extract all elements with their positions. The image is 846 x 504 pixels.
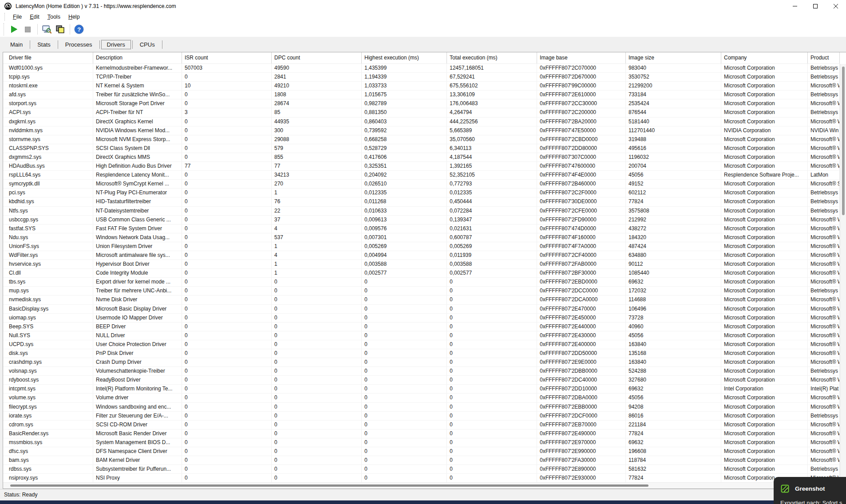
column-header-total-execution[interactable]: Total execution (ms): [447, 52, 537, 63]
table-row[interactable]: nvlddmkm.sys NVIDIA Windows Kernel Mod..…: [3, 126, 840, 135]
cell-driver-file: symcryptk.dll: [3, 180, 93, 188]
table-row[interactable]: nsiproxy.sys NSI Proxy 0 0 0 0 0xFFFFF80…: [3, 474, 840, 482]
table-row[interactable]: UnionFS.sys Union Filesystem Driver 0 1 …: [3, 242, 840, 251]
table-row[interactable]: ACPI.sys ACPI-Treiber für NT 3 85 0,8813…: [3, 108, 840, 117]
table-row[interactable]: rdbss.sys Subsystemtreiber für Pufferun.…: [3, 465, 840, 474]
column-header-description[interactable]: Description: [93, 52, 182, 63]
cell-product: Betriebssys: [808, 189, 840, 197]
menu-edit[interactable]: Edit: [26, 13, 43, 21]
bottom-edge-strip: [0, 500, 846, 504]
screenshot-copy-button[interactable]: [54, 24, 66, 35]
table-row[interactable]: disk.sys PnP Disk Driver 0 0 0 0 0xFFFFF…: [3, 349, 840, 358]
greenshot-toast[interactable]: Greenshot Exportiert nach: Sofort s: [774, 477, 846, 504]
cell-highest-execution: 1,033733: [362, 82, 447, 90]
table-row[interactable]: fastfat.SYS Fast FAT File System Driver …: [3, 224, 840, 233]
table-row[interactable]: volsnap.sys Volumeschattenkopie-Treiber …: [3, 367, 840, 376]
table-row[interactable]: Beep.SYS BEEP Driver 0 0 0 0 0xFFFFF807'…: [3, 323, 840, 331]
stop-monitor-button[interactable]: [21, 24, 34, 35]
table-row[interactable]: Cl.dll Code Integrity Module 0 1 0,00257…: [3, 269, 840, 278]
greenshot-icon: [780, 484, 790, 493]
table-row[interactable]: iorate.sys Filter zur Steuerung der E/A-…: [3, 412, 840, 421]
cell-isr-count: 0: [182, 465, 272, 473]
table-row[interactable]: Ndu.sys Windows Network Data Usag... 0 5…: [3, 233, 840, 242]
minimize-button[interactable]: [785, 0, 805, 12]
table-row[interactable]: symcryptk.dll Microsoft® SymCrypt Kernel…: [3, 180, 840, 189]
table-row[interactable]: kbdhid.sys HID-Tastaturfiltertreiber 0 7…: [3, 197, 840, 206]
column-header-company[interactable]: Company: [721, 52, 808, 63]
analyze-options-button[interactable]: [40, 24, 53, 35]
cell-dpc-count: 0: [272, 305, 362, 313]
table-row[interactable]: mup.sys Treiber für mehrere UNC-Anbi... …: [3, 287, 840, 295]
table-row[interactable]: stornvme.sys Microsoft NVM Express Storp…: [3, 135, 840, 144]
table-row[interactable]: volume.sys Volume driver 0 0 0 0 0xFFFFF…: [3, 394, 840, 402]
column-header-driver-file[interactable]: Driver file: [3, 52, 93, 63]
maximize-button[interactable]: [805, 0, 826, 12]
cell-image-size: 90112: [626, 260, 721, 268]
vertical-scrollbar-thumb[interactable]: [842, 67, 845, 215]
menu-file[interactable]: File: [9, 13, 26, 21]
cell-product: Microsoft® W: [808, 456, 840, 465]
table-row[interactable]: Ntfs.sys NT-Dateisystemtreiber 0 22 0,01…: [3, 207, 840, 216]
table-row[interactable]: cdrom.sys SCSI CD-ROM Driver 0 0 0 0 0xF…: [3, 421, 840, 429]
vertical-scrollbar[interactable]: [840, 64, 846, 482]
table-row[interactable]: rspLLL64.sys Resplendence Latency Monit.…: [3, 171, 840, 180]
table-row[interactable]: dfsc.sys DFS Namespace Client Driver 0 0…: [3, 447, 840, 456]
table-row[interactable]: tcpip.sys TCP/IP-Treiber 0 2841 1,194339…: [3, 73, 840, 82]
cell-company: Microsoft Corporation: [721, 394, 808, 402]
cell-company: Microsoft Corporation: [721, 153, 808, 161]
table-row[interactable]: HDAudBus.sys High Definition Audio Bus D…: [3, 162, 840, 171]
table-row[interactable]: Wdf01000.sys Kernelmodustreiber-Framewor…: [3, 64, 840, 73]
table-row[interactable]: BasicRender.sys Microsoft Basic Render D…: [3, 429, 840, 438]
horizontal-scrollbar-thumb[interactable]: [10, 484, 648, 487]
close-button[interactable]: [826, 0, 846, 12]
table-row[interactable]: hvservice.sys Hypervisor Boot Driver 0 1…: [3, 260, 840, 269]
horizontal-scrollbar[interactable]: [3, 482, 840, 488]
column-header-image-base[interactable]: Image base: [537, 52, 626, 63]
table-row[interactable]: pci.sys NT-Plug Play PCI-Enumerator 0 1 …: [3, 189, 840, 197]
help-button[interactable]: ?: [73, 24, 85, 35]
table-row[interactable]: WdFilter.sys Microsoft antimalware file …: [3, 251, 840, 260]
table-row[interactable]: usbccgp.sys USB Common Class Generic ...…: [3, 216, 840, 224]
tab-drivers[interactable]: Drivers: [101, 40, 131, 49]
table-row[interactable]: crashdmp.sys Crash Dump Driver 0 0 0 0 0…: [3, 358, 840, 367]
table-row[interactable]: CLASSPNP.SYS SCSI Class System Dll 0 579…: [3, 144, 840, 153]
table-row[interactable]: nvmedisk.sys Nvme Disk Driver 0 0 0 0 0x…: [3, 295, 840, 304]
column-header-highest-execution[interactable]: Highest execution (ms): [362, 52, 447, 63]
table-row[interactable]: Null.SYS NULL Driver 0 0 0 0 0xFFFFF807'…: [3, 331, 840, 340]
tab-main[interactable]: Main: [4, 40, 28, 49]
menu-tools[interactable]: Tools: [43, 13, 64, 21]
cell-description: Windows Network Data Usag...: [93, 233, 182, 242]
cell-total-execution: 0,011939: [447, 251, 537, 260]
table-row[interactable]: bam.sys BAM Kernel Driver 0 0 0 0 0xFFFF…: [3, 456, 840, 465]
table-row[interactable]: ntoskrnl.exe NT Kernel & System 10 49210…: [3, 82, 840, 91]
table-row[interactable]: storport.sys Microsoft Storage Port Driv…: [3, 99, 840, 108]
table-row[interactable]: filecrypt.sys Windows sandboxing and enc…: [3, 403, 840, 412]
cell-driver-file: tcpip.sys: [3, 73, 93, 81]
tab-stats[interactable]: Stats: [32, 40, 56, 49]
table-row[interactable]: mssmbios.sys System Management BIOS D...…: [3, 438, 840, 447]
cell-driver-file: dxgmms2.sys: [3, 153, 93, 161]
table-row[interactable]: dxgkrnl.sys DirectX Graphics Kernel 0 44…: [3, 118, 840, 126]
table-row[interactable]: intcpmt.sys Intel(R) Platform Monitoring…: [3, 385, 840, 394]
menu-help[interactable]: Help: [64, 13, 84, 21]
column-header-image-size[interactable]: Image size: [626, 52, 721, 63]
table-row[interactable]: BasicDisplay.sys Microsoft Basic Display…: [3, 305, 840, 314]
tab-cpus[interactable]: CPUs: [134, 40, 161, 49]
cell-image-size: 77824: [626, 474, 721, 482]
table-row[interactable]: uiomap.sys Usermode IO Mapper Driver 0 0…: [3, 314, 840, 323]
cell-image-base: 0xFFFFF807'2C070000: [537, 64, 626, 72]
table-row[interactable]: UCPD.sys User Choice Protection Driver 0…: [3, 340, 840, 349]
column-header-isr-count[interactable]: ISR count: [182, 52, 272, 63]
start-monitor-button[interactable]: [8, 24, 20, 35]
table-row[interactable]: rdyboost.sys ReadyBoost Driver 0 0 0 0 0…: [3, 376, 840, 385]
latencymon-app-icon: [4, 3, 12, 10]
column-header-product[interactable]: Product: [808, 52, 840, 63]
cell-highest-execution: 0: [362, 349, 447, 358]
column-header-dpc-count[interactable]: DPC count: [272, 52, 362, 63]
table-row[interactable]: dxgmms2.sys DirectX Graphics MMS 0 855 0…: [3, 153, 840, 162]
cell-image-size: 438272: [626, 224, 721, 233]
tab-processes[interactable]: Processes: [59, 40, 98, 49]
cell-image-size: 184320: [626, 233, 721, 242]
table-row[interactable]: afd.sys Treiber für zusätzliche WinSo...…: [3, 91, 840, 99]
table-row[interactable]: tbs.sys Export driver for kernel mode ..…: [3, 278, 840, 287]
